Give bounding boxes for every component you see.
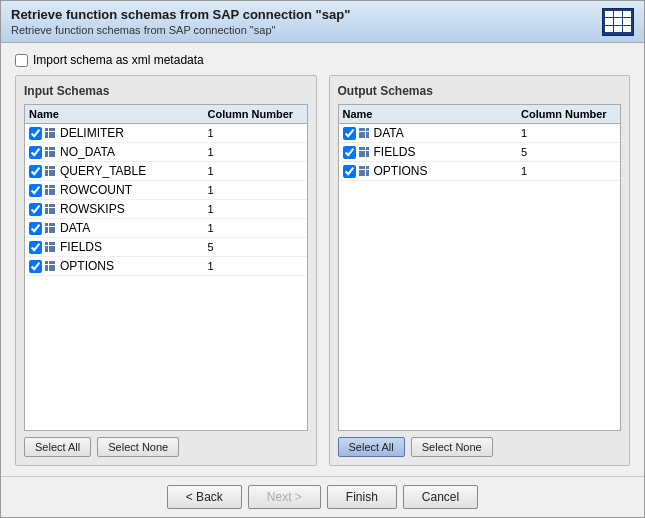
cancel-button[interactable]: Cancel xyxy=(403,485,478,509)
icon-cell xyxy=(623,11,631,18)
row-name-cell: OPTIONS xyxy=(343,164,522,178)
row-name-cell: DATA xyxy=(29,221,208,235)
dialog-footer: < Back Next > Finish Cancel xyxy=(1,476,644,517)
icon-cell xyxy=(605,11,613,18)
output-col-number: Column Number xyxy=(521,108,616,120)
row-number-cell: 5 xyxy=(208,241,303,253)
input-row-checkbox-4[interactable] xyxy=(29,203,42,216)
table-row: DELIMITER 1 xyxy=(25,124,307,143)
input-row-checkbox-0[interactable] xyxy=(29,127,42,140)
next-button[interactable]: Next > xyxy=(248,485,321,509)
row-name-label: FIELDS xyxy=(374,145,416,159)
row-name-label: ROWSKIPS xyxy=(60,202,125,216)
input-table-header: Name Column Number xyxy=(25,105,307,124)
input-row-checkbox-6[interactable] xyxy=(29,241,42,254)
title-bar: Retrieve function schemas from SAP conne… xyxy=(1,1,644,43)
input-row-checkbox-7[interactable] xyxy=(29,260,42,273)
table-icon xyxy=(359,166,369,176)
table-icon xyxy=(45,166,55,176)
row-name-label: DATA xyxy=(60,221,90,235)
table-icon xyxy=(359,147,369,157)
dialog-icon xyxy=(602,8,634,36)
row-name-cell: ROWSKIPS xyxy=(29,202,208,216)
row-number-cell: 1 xyxy=(208,146,303,158)
table-row: NO_DATA 1 xyxy=(25,143,307,162)
output-table-header: Name Column Number xyxy=(339,105,621,124)
row-name-cell: NO_DATA xyxy=(29,145,208,159)
output-select-all-button[interactable]: Select All xyxy=(338,437,405,457)
icon-cell xyxy=(623,26,631,33)
table-row: DATA 1 xyxy=(339,124,621,143)
row-name-cell: FIELDS xyxy=(343,145,522,159)
table-icon xyxy=(45,223,55,233)
input-row-checkbox-5[interactable] xyxy=(29,222,42,235)
output-row-checkbox-2[interactable] xyxy=(343,165,356,178)
icon-cell xyxy=(605,26,613,33)
row-name-cell: DELIMITER xyxy=(29,126,208,140)
input-schemas-title: Input Schemas xyxy=(24,84,308,98)
title-bar-left: Retrieve function schemas from SAP conne… xyxy=(11,7,350,36)
row-name-cell: OPTIONS xyxy=(29,259,208,273)
row-name-cell: FIELDS xyxy=(29,240,208,254)
dialog-title: Retrieve function schemas from SAP conne… xyxy=(11,7,350,22)
table-icon xyxy=(45,242,55,252)
input-row-checkbox-2[interactable] xyxy=(29,165,42,178)
row-number-cell: 5 xyxy=(521,146,616,158)
row-name-label: DELIMITER xyxy=(60,126,124,140)
input-schemas-table: Name Column Number DELIMITER 1 xyxy=(24,104,308,431)
output-col-name: Name xyxy=(343,108,522,120)
back-button[interactable]: < Back xyxy=(167,485,242,509)
input-select-all-button[interactable]: Select All xyxy=(24,437,91,457)
import-xml-checkbox[interactable] xyxy=(15,54,28,67)
main-dialog: Retrieve function schemas from SAP conne… xyxy=(0,0,645,518)
row-name-cell: QUERY_TABLE xyxy=(29,164,208,178)
import-xml-label[interactable]: Import schema as xml metadata xyxy=(33,53,204,67)
input-schemas-panel: Input Schemas Name Column Number DELIMIT… xyxy=(15,75,317,466)
table-icon xyxy=(45,128,55,138)
table-icon xyxy=(45,147,55,157)
input-col-name: Name xyxy=(29,108,208,120)
row-name-label: OPTIONS xyxy=(374,164,428,178)
input-row-checkbox-3[interactable] xyxy=(29,184,42,197)
input-schema-buttons: Select All Select None xyxy=(24,437,308,457)
icon-cell xyxy=(623,18,631,25)
import-checkbox-row: Import schema as xml metadata xyxy=(15,53,630,67)
input-col-number: Column Number xyxy=(208,108,303,120)
finish-button[interactable]: Finish xyxy=(327,485,397,509)
table-row: DATA 1 xyxy=(25,219,307,238)
icon-cell xyxy=(614,26,622,33)
row-name-label: ROWCOUNT xyxy=(60,183,132,197)
table-row: FIELDS 5 xyxy=(25,238,307,257)
row-number-cell: 1 xyxy=(208,260,303,272)
output-select-none-button[interactable]: Select None xyxy=(411,437,493,457)
row-name-label: NO_DATA xyxy=(60,145,115,159)
row-number-cell: 1 xyxy=(208,222,303,234)
row-number-cell: 1 xyxy=(208,127,303,139)
row-name-cell: DATA xyxy=(343,126,522,140)
output-schemas-title: Output Schemas xyxy=(338,84,622,98)
input-row-checkbox-1[interactable] xyxy=(29,146,42,159)
row-number-cell: 1 xyxy=(521,127,616,139)
row-name-cell: ROWCOUNT xyxy=(29,183,208,197)
icon-cell xyxy=(614,11,622,18)
output-table-body: DATA 1 FIELDS 5 xyxy=(339,124,621,181)
row-name-label: OPTIONS xyxy=(60,259,114,273)
table-icon xyxy=(359,128,369,138)
row-number-cell: 1 xyxy=(208,203,303,215)
row-name-label: FIELDS xyxy=(60,240,102,254)
dialog-body: Import schema as xml metadata Input Sche… xyxy=(1,43,644,476)
output-schemas-panel: Output Schemas Name Column Number DATA xyxy=(329,75,631,466)
output-row-checkbox-0[interactable] xyxy=(343,127,356,140)
table-row: ROWCOUNT 1 xyxy=(25,181,307,200)
table-row: FIELDS 5 xyxy=(339,143,621,162)
output-schema-buttons: Select All Select None xyxy=(338,437,622,457)
output-schemas-table: Name Column Number DATA 1 xyxy=(338,104,622,431)
output-row-checkbox-1[interactable] xyxy=(343,146,356,159)
table-icon xyxy=(45,261,55,271)
table-row: OPTIONS 1 xyxy=(339,162,621,181)
input-select-none-button[interactable]: Select None xyxy=(97,437,179,457)
table-icon xyxy=(45,185,55,195)
icon-cell xyxy=(614,18,622,25)
row-number-cell: 1 xyxy=(208,165,303,177)
dialog-subtitle: Retrieve function schemas from SAP conne… xyxy=(11,24,350,36)
